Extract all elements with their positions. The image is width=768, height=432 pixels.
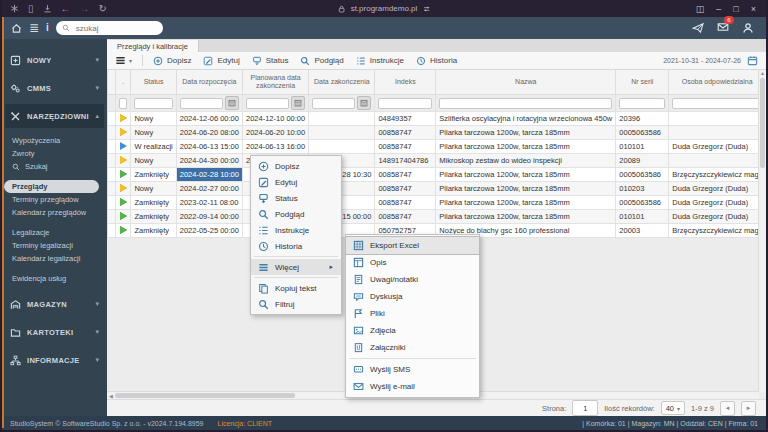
filter-input[interactable]	[619, 98, 665, 109]
toolbar-button-status[interactable]: Status	[252, 56, 289, 66]
sidebar-section-kartoteki[interactable]: KARTOTEKI▾	[5, 320, 104, 344]
toolbar-button-instrukcje[interactable]: Instrukcje	[356, 56, 404, 66]
sidebar-item-terminy-legalizacji[interactable]: Terminy legalizacji	[2, 239, 107, 252]
tab-przeglady[interactable]: Przeglądy i kalibracje	[107, 40, 199, 52]
sidebar-section-magazyn[interactable]: MAGAZYN▾	[5, 292, 104, 316]
sidebar-item-wypożyczenia[interactable]: Wypożyczenia	[2, 134, 107, 147]
user-icon[interactable]	[742, 22, 754, 34]
sidebar-item-przeglądy[interactable]: Przeglądy	[4, 180, 99, 193]
sidebar-item-terminy-przeglądów[interactable]: Terminy przeglądów	[2, 193, 107, 206]
filter-input[interactable]	[246, 98, 289, 109]
cell-start-date[interactable]: 2024-12-06 00:00	[176, 112, 242, 126]
column-header[interactable]: Data rozpoczęcia	[176, 70, 242, 95]
cell-start-date[interactable]: 2022-09-14 00:00	[176, 210, 242, 224]
sidebar-section-cmms[interactable]: CMMS▾	[5, 76, 104, 100]
table-row[interactable]: Nowy2024-06-20 08:002024-06-20 10:000085…	[108, 126, 766, 140]
menu-item-wyślij-e-mail[interactable]: Wyślij e-mail	[346, 378, 479, 395]
menu-item-kopiuj-tekst[interactable]: Kopiuj tekst	[251, 280, 341, 296]
menu-item-pliki[interactable]: Pliki	[346, 305, 479, 322]
global-search[interactable]	[56, 21, 163, 35]
sidebar-section-nowy[interactable]: NOWY▾	[5, 48, 104, 72]
menu-item-status[interactable]: Status	[251, 190, 341, 206]
search-input[interactable]	[74, 23, 148, 34]
sidebar-section-narzędziownia[interactable]: NARZĘDZIOWNIA▴	[5, 104, 104, 128]
row-selector[interactable]	[108, 210, 116, 224]
sidebar-item-zwroty[interactable]: Zwroty	[2, 147, 107, 160]
row-selector[interactable]	[108, 112, 116, 126]
calendar-filter-button[interactable]	[225, 96, 239, 110]
sidebar-section-informacje[interactable]: INFORMACJE▾	[5, 348, 104, 372]
column-header[interactable]: Planowana data zakończenia	[242, 70, 308, 95]
grid-menu-button[interactable]: ▾	[115, 55, 132, 66]
row-selector[interactable]	[108, 224, 116, 238]
column-header[interactable]: Indeks	[375, 70, 436, 95]
sidebar-item-legalizacje[interactable]: Legalizacje	[2, 226, 107, 239]
vertical-scrollbar[interactable]: ▲	[758, 70, 766, 392]
calendar-filter-button[interactable]	[291, 96, 305, 110]
column-header[interactable]: Nazwa	[436, 70, 616, 95]
url-text[interactable]: st.programdemo.pl	[351, 4, 418, 13]
calendar-filter-button[interactable]	[357, 96, 371, 110]
tab-icon[interactable]: ▯	[28, 4, 34, 14]
cell-start-date[interactable]: 2024-02-28 10:00	[176, 168, 242, 182]
table-row[interactable]: Nowy2024-12-06 00:002024-12-10 00:000484…	[108, 112, 766, 126]
table-row[interactable]: Zamknięty2022-09-14 00:002022-09-15 00:0…	[108, 210, 766, 224]
menu-item-opis[interactable]: Opis	[346, 254, 479, 271]
menu-item-więcej[interactable]: Więcej▸	[251, 259, 341, 275]
row-selector[interactable]	[108, 126, 116, 140]
menu-item-eksport-excel[interactable]: Eksport Excel	[346, 237, 479, 254]
filter-input[interactable]	[672, 98, 762, 109]
menu-item-uwagi-notatki[interactable]: Uwagi/notatki	[346, 271, 479, 288]
column-header[interactable]: .	[115, 70, 131, 95]
column-header[interactable]: Data zakończenia	[309, 70, 375, 95]
date-range[interactable]: 2021-10-31 - 2024-07-26	[663, 57, 741, 64]
cell-start-date[interactable]: 2022-05-25 00:00	[176, 224, 242, 238]
close-icon[interactable]: ×	[751, 4, 756, 14]
cell-start-date[interactable]: 2024-06-13 15:00	[176, 140, 242, 154]
filter-input[interactable]	[378, 98, 432, 109]
cell-start-date[interactable]: 2024-04-30 00:00	[176, 154, 242, 168]
menu-item-filtruj[interactable]: Filtruj	[251, 296, 341, 312]
filter-input[interactable]	[312, 98, 355, 109]
page-size-select[interactable]: 40 ▾	[661, 401, 685, 415]
filter-input[interactable]	[180, 98, 223, 109]
refresh-icon[interactable]: ↻	[99, 4, 107, 14]
toolbar-button-edytuj[interactable]: Edytuj	[203, 56, 239, 66]
toolbar-button-podgląd[interactable]: Podgląd	[300, 56, 343, 66]
sidebar-item-ewidencja-usług[interactable]: Ewidencja usług	[2, 272, 107, 285]
menu-item-zdjęcia[interactable]: Zdjęcia	[346, 322, 479, 339]
table-row[interactable]: Zamknięty2023-02-11 08:0000858747Pilarka…	[108, 196, 766, 210]
column-header[interactable]: Status	[131, 70, 176, 95]
menu-item-instrukcje[interactable]: Instrukcje	[251, 222, 341, 238]
row-selector[interactable]	[108, 140, 116, 154]
menu-item-dopisz[interactable]: Dopisz	[251, 158, 341, 174]
row-selector[interactable]	[108, 182, 116, 196]
download-icon[interactable]	[43, 4, 52, 13]
split-screen-icon[interactable]: ◫	[696, 4, 705, 14]
cell-start-date[interactable]: 2023-02-11 08:00	[176, 196, 242, 210]
menu-item-edytuj[interactable]: Edytuj	[251, 174, 341, 190]
next-page-button[interactable]: ▸	[741, 401, 756, 416]
menu-item-dyskusja[interactable]: Dyskusja	[346, 288, 479, 305]
sidebar-item-kalendarz-legalizacji[interactable]: Kalendarz legalizacji	[2, 252, 107, 265]
filter-input[interactable]	[439, 98, 612, 109]
table-row[interactable]: Nowy2024-02-27 00:0000858747Pilarka tarc…	[108, 182, 766, 196]
page-input[interactable]	[572, 400, 598, 416]
row-selector[interactable]	[108, 154, 116, 168]
menu-item-podgląd[interactable]: Podgląd	[251, 206, 341, 222]
menu-item-historia[interactable]: Historia	[251, 238, 341, 254]
row-selector[interactable]	[108, 196, 116, 210]
column-header[interactable]: Nr serii	[616, 70, 669, 95]
prev-page-button[interactable]: ◂	[720, 401, 735, 416]
cell-start-date[interactable]: 2024-02-27 00:00	[176, 182, 242, 196]
sidebar-item-szukaj[interactable]: Szukaj	[2, 160, 107, 173]
sidebar-item-kalendarz-przeglądów[interactable]: Kalendarz przeglądów	[2, 206, 107, 219]
menu-item-wyślij-sms[interactable]: Wyślij SMS	[346, 361, 479, 378]
toolbar-button-dopisz[interactable]: Dopisz	[153, 56, 191, 66]
table-row[interactable]: Nowy2024-04-30 00:002024-04-30 00:001489…	[108, 154, 766, 168]
column-header[interactable]: Osoba odpowiedzialna	[669, 70, 766, 95]
table-row[interactable]: W realizacji2024-06-13 15:002024-06-13 1…	[108, 140, 766, 154]
info-icon[interactable]: i	[46, 23, 49, 33]
menu-item-załączniki[interactable]: Załączniki	[346, 339, 479, 356]
back-icon[interactable]: ←	[61, 4, 71, 14]
